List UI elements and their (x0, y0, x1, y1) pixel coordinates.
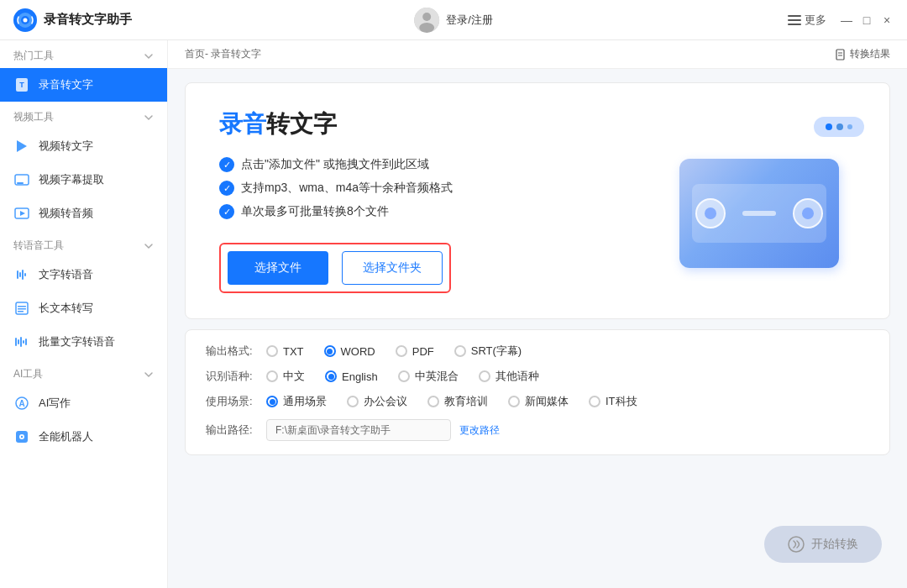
login-register-link[interactable]: 登录/注册 (446, 13, 493, 28)
lang-other[interactable]: 其他语种 (479, 369, 539, 384)
svg-rect-19 (24, 273, 26, 276)
cassette-inner (692, 184, 826, 243)
sidebar-item-label: 视频转音频 (39, 206, 93, 221)
sidebar-item-label: 视频转文字 (39, 139, 93, 154)
svg-rect-26 (20, 337, 22, 347)
lang-other-label: 其他语种 (495, 369, 539, 384)
ai-writing-icon: A (13, 395, 30, 412)
sidebar: 热门工具 T 录音转文字 视频工具 (0, 40, 168, 588)
reel-left (695, 198, 726, 228)
check-icon: ✓ (219, 204, 234, 219)
radio-circle (396, 345, 407, 357)
output-path-row: 输出路径: 更改路径 (206, 419, 869, 441)
radio-circle-selected (266, 396, 278, 407)
sidebar-item-batch-tts[interactable]: 批量文字转语音 (0, 325, 167, 359)
language-label: 识别语种: (206, 369, 266, 384)
chevron-down-icon (144, 51, 154, 61)
format-pdf[interactable]: PDF (396, 345, 434, 358)
format-txt[interactable]: TXT (266, 345, 304, 358)
upload-buttons-group: 选择文件 选择文件夹 (219, 243, 451, 293)
format-srt-label: SRT(字幕) (471, 344, 522, 359)
avatar[interactable] (414, 8, 439, 33)
sidebar-item-label: 文字转语音 (39, 267, 93, 282)
lang-mixed[interactable]: 中英混合 (398, 369, 459, 384)
text-to-speech-icon (13, 266, 30, 283)
format-word[interactable]: WORD (324, 345, 375, 358)
select-folder-button[interactable]: 选择文件夹 (342, 251, 443, 285)
sidebar-item-label: 批量文字转语音 (39, 334, 115, 349)
sidebar-item-long-text[interactable]: 长文本转写 (0, 291, 167, 325)
hot-tools-label: 热门工具 (13, 49, 54, 63)
minimize-button[interactable]: — (840, 13, 853, 27)
radio-circle (589, 396, 600, 407)
sidebar-item-video-to-text[interactable]: 视频转文字 (0, 129, 167, 163)
change-path-button[interactable]: 更改路径 (459, 423, 500, 438)
select-file-button[interactable]: 选择文件 (228, 251, 328, 285)
svg-rect-27 (23, 340, 24, 344)
close-button[interactable]: × (880, 13, 894, 27)
radio-circle (266, 370, 278, 382)
all-in-one-icon (13, 428, 30, 445)
feature-text: 点击"添加文件" 或拖拽文件到此区域 (241, 157, 429, 172)
sidebar-item-ai-writing[interactable]: A AI写作 (0, 386, 167, 420)
dot (826, 123, 832, 130)
video-tools-label: 视频工具 (13, 110, 54, 124)
language-row: 识别语种: 中文 English 中英混合 (206, 369, 869, 384)
convert-result-button[interactable]: 转换结果 (835, 47, 890, 61)
check-icon: ✓ (219, 181, 234, 196)
app-logo (13, 8, 37, 32)
scene-it[interactable]: IT科技 (589, 394, 637, 409)
svg-point-3 (24, 18, 28, 22)
sidebar-item-text-to-speech[interactable]: 文字转语音 (0, 258, 167, 291)
batch-tts-icon (13, 333, 30, 350)
svg-rect-22 (18, 308, 26, 310)
sidebar-item-video-subtitle[interactable]: 视频字幕提取 (0, 163, 167, 197)
svg-rect-18 (22, 270, 24, 280)
upload-features: ✓ 点击"添加文件" 或拖拽文件到此区域 ✓ 支持mp3、wma、m4a等十余种… (219, 157, 637, 219)
sidebar-section-speech-tools: 转语音工具 (0, 230, 167, 258)
scene-group: 通用场景 办公会议 教育培训 新闻媒体 (266, 394, 637, 409)
svg-rect-8 (788, 19, 801, 21)
output-path-label: 输出路径: (206, 423, 266, 438)
upload-title-normal: 转文字 (266, 111, 337, 137)
svg-marker-12 (17, 140, 27, 152)
format-word-label: WORD (341, 345, 375, 358)
cassette-tape (742, 211, 776, 216)
lang-chinese[interactable]: 中文 (266, 369, 305, 384)
scene-general[interactable]: 通用场景 (266, 394, 327, 409)
sidebar-item-audio-to-text[interactable]: T 录音转文字 (0, 68, 167, 102)
feature-text: 支持mp3、wma、m4a等十余种音频格式 (241, 181, 453, 196)
sidebar-item-all-in-one[interactable]: 全能机器人 (0, 420, 167, 454)
cassette (679, 159, 839, 268)
output-path-input[interactable] (266, 419, 451, 441)
title-bar: 录音转文字助手 登录/注册 更多 — □ × (0, 0, 907, 40)
output-format-label: 输出格式: (206, 344, 266, 359)
feature-item: ✓ 支持mp3、wma、m4a等十余种音频格式 (219, 181, 637, 196)
start-convert-button[interactable]: 开始转换 (764, 526, 882, 563)
sidebar-item-label: 全能机器人 (39, 429, 93, 444)
more-button[interactable]: 更多 (788, 13, 826, 28)
sidebar-section-hot-tools: 热门工具 (0, 40, 167, 68)
video-subtitle-icon (13, 171, 30, 188)
scene-news[interactable]: 新闻媒体 (508, 394, 569, 409)
lang-chinese-label: 中文 (283, 369, 305, 384)
breadcrumb-text: 首页- 录音转文字 (185, 47, 261, 61)
lang-english[interactable]: English (325, 370, 378, 383)
breadcrumb: 首页- 录音转文字 转换结果 (168, 40, 907, 69)
sidebar-section-ai-tools: AI工具 (0, 359, 167, 386)
audio-to-text-icon: T (13, 76, 30, 93)
format-srt[interactable]: SRT(字幕) (454, 344, 522, 359)
sidebar-item-video-to-audio[interactable]: 视频转音频 (0, 197, 167, 230)
svg-point-33 (21, 436, 23, 438)
radio-circle (427, 396, 439, 407)
output-format-row: 输出格式: TXT WORD PDF (206, 344, 869, 359)
scene-education[interactable]: 教育培训 (427, 394, 488, 409)
scene-office[interactable]: 办公会议 (347, 394, 407, 409)
long-text-icon (13, 300, 30, 317)
cassette-wrap (679, 134, 847, 268)
title-bar-right: 更多 — □ × (788, 13, 894, 28)
upload-content: 录音转文字 ✓ 点击"添加文件" 或拖拽文件到此区域 ✓ 支持mp3、wma、m… (219, 108, 637, 293)
maximize-button[interactable]: □ (860, 13, 873, 27)
convert-icon (788, 536, 805, 553)
svg-rect-24 (15, 338, 17, 346)
